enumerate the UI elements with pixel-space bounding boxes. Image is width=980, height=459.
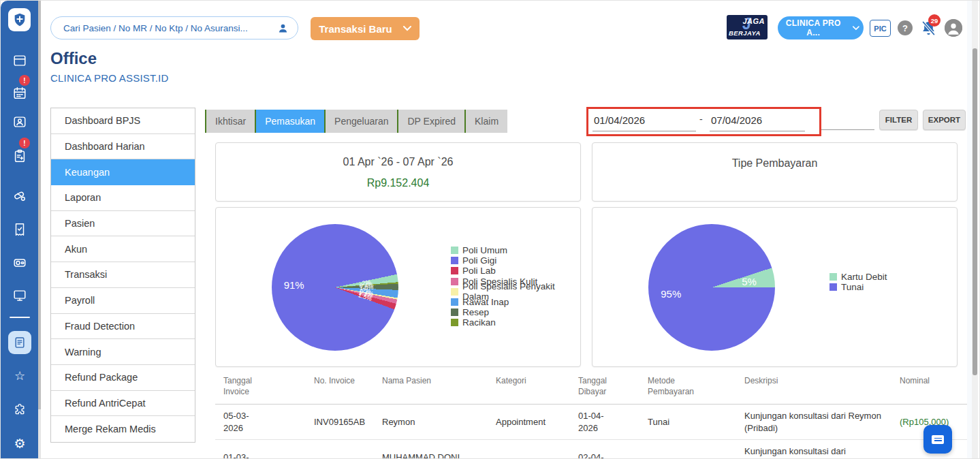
monitor-icon[interactable]: [12, 287, 28, 304]
column-header-no-invoice: No. Invoice: [306, 376, 374, 397]
chevron-down-icon: [403, 26, 411, 31]
legend-label: Rawat Inap: [462, 297, 509, 307]
sidebar-item-refund-package[interactable]: Refund Package: [51, 365, 195, 391]
legend-item-tunai: Tunai: [829, 282, 887, 292]
sidebar-item-warning[interactable]: Warning: [51, 339, 195, 365]
legend-item-kartu-debit: Kartu Debit: [829, 272, 887, 282]
gear-icon[interactable]: ⚙: [12, 435, 28, 452]
payment-card-title: Tipe Pembayaran: [592, 157, 957, 170]
new-transaction-button[interactable]: Transaksi Baru: [311, 17, 420, 40]
legend-swatch: [451, 267, 458, 274]
filter-button[interactable]: FILTER: [879, 110, 918, 130]
sidebar-item-dashboard-bpjs[interactable]: Dashboard BPJS: [51, 108, 195, 134]
patient-card-icon[interactable]: [12, 114, 28, 130]
sidebar-item-payroll[interactable]: Payroll: [51, 288, 195, 314]
menu-list: Dashboard BPJSDashboard HarianKeuanganLa…: [50, 108, 195, 443]
help-icon[interactable]: ?: [898, 20, 913, 35]
sidebar-item-transaksi[interactable]: Transaksi: [51, 262, 195, 288]
legend-item-poli-spesialis-penyakit-dalam: Poli Spesialis Penyakit Dalam: [451, 287, 580, 297]
sidebar-item-fraud-detection[interactable]: Fraud Detection: [51, 314, 195, 340]
clipboard-alert-badge: !: [19, 138, 30, 148]
legend-swatch: [451, 298, 458, 306]
app-logo[interactable]: [8, 8, 31, 31]
table-header: Tanggal InvoiceNo. InvoiceNama PasienKat…: [215, 372, 968, 405]
summary-amount: Rp9.152.404: [216, 177, 580, 189]
sidebar-item-keuangan[interactable]: Keuangan: [51, 159, 195, 185]
cell-tanggal-dibayar: 01-04-2026: [570, 410, 639, 434]
sidebar-item-pasien[interactable]: Pasien: [51, 211, 195, 237]
table-row[interactable]: 05-03-2026INV09165ABReymonAppointment01-…: [215, 405, 968, 440]
column-header-deskripsi: Deskripsi: [736, 376, 891, 397]
chat-widget-button[interactable]: [923, 425, 952, 454]
legend-swatch: [451, 257, 458, 264]
document-icon: [13, 336, 27, 349]
new-transaction-label: Transaksi Baru: [319, 23, 392, 35]
clinic-selector-button[interactable]: CLINICA PRO A...: [778, 16, 864, 39]
pic-button[interactable]: PIC: [870, 20, 891, 37]
tab-pengeluaran[interactable]: Pengeluaran: [326, 110, 398, 133]
summary-period: 01 Apr `26 - 07 Apr `26: [216, 156, 580, 168]
sidebar-item-laporan[interactable]: Laporan: [51, 185, 195, 211]
sidebar-item-office-active[interactable]: [8, 331, 31, 354]
table-row[interactable]: 01-03-2026INV09144ABMUHAMMAD DONI FACHRE…: [215, 440, 968, 459]
legend-label: Poli Umum: [462, 245, 507, 255]
rail-scrollbar-thumb[interactable]: [38, 1, 41, 409]
legend-label: Poli Gigi: [462, 255, 496, 266]
legend-item-poli-umum: Poli Umum: [451, 245, 580, 255]
export-button[interactable]: EXPORT: [923, 110, 966, 130]
receipt-check-icon[interactable]: [12, 221, 28, 238]
cell-tanggal-invoice: 05-03-2026: [215, 410, 306, 434]
right-gutter: [967, 1, 972, 459]
user-avatar[interactable]: [945, 19, 962, 37]
sidebar-item-merge-rekam-medis[interactable]: Merge Rekam Medis: [51, 416, 195, 442]
webcam-icon[interactable]: [12, 255, 28, 271]
tab-pemasukan[interactable]: Pemasukan: [256, 110, 326, 133]
column-header-tanggal-invoice: Tanggal Invoice: [215, 376, 306, 397]
legend-item-poli-gigi: Poli Gigi: [451, 255, 580, 266]
legend-swatch: [451, 247, 458, 254]
payment-pie-legend: Kartu DebitTunai: [829, 272, 887, 292]
clinic-selector-label: CLINICA PRO A...: [782, 18, 844, 37]
legend-swatch: [829, 283, 837, 291]
legend-item-poli-lab: Poli Lab: [451, 266, 580, 276]
transactions-table: Tanggal InvoiceNo. InvoiceNama PasienKat…: [215, 372, 968, 459]
tab-dp-expired[interactable]: DP Expired: [398, 110, 466, 133]
date-to-input[interactable]: [710, 110, 805, 131]
date-range-separator: -: [699, 114, 703, 125]
sidebar-item-dashboard-harian[interactable]: Dashboard Harian: [51, 134, 195, 160]
column-header-metode-pembayaran: Metode Pembayaran: [639, 376, 736, 397]
calendar-alert-badge: !: [19, 75, 30, 86]
payment-pie-card: 5%95% Kartu DebitTunai: [592, 207, 958, 367]
jaga-berjaya-logo: J JAGA BERJAYA: [727, 15, 768, 39]
star-icon[interactable]: ☆: [12, 368, 28, 384]
calendar-icon[interactable]: [12, 85, 28, 101]
logo-line2: BERJAYA: [729, 29, 761, 37]
page-subtitle: CLINICA PRO ASSIST.ID: [50, 72, 168, 84]
shield-icon: [12, 12, 27, 27]
page-scrollbar-thumb[interactable]: [973, 48, 977, 375]
search-input[interactable]: [62, 22, 276, 34]
puzzle-icon[interactable]: [12, 402, 28, 418]
pie-slice-label: 91%: [284, 279, 304, 290]
sidebar-item-refund-antricepat[interactable]: Refund AntriCepat: [51, 391, 195, 417]
income-pie-legend: Poli UmumPoli GigiPoli LabPoli Spesialis…: [451, 245, 580, 328]
sidebar-item-akun[interactable]: Akun: [51, 236, 195, 262]
clipboard-plus-icon[interactable]: [12, 148, 28, 164]
income-pie-chart[interactable]: 2%0.4%1.6%2%0.4%1.1%1.5%91%: [272, 224, 398, 351]
payment-pie-chart[interactable]: 5%95%: [648, 224, 775, 351]
date-from-input[interactable]: [592, 110, 696, 131]
chat-widget-icon: [932, 435, 944, 444]
column-header-nama-pasien: Nama Pasien: [374, 376, 488, 397]
pill-icon[interactable]: [12, 187, 28, 204]
extra-field-underline[interactable]: [821, 129, 874, 130]
patient-search: [50, 16, 298, 39]
tab-ikhtisar[interactable]: Ikhtisar: [206, 110, 256, 133]
tab-klaim[interactable]: Klaim: [466, 110, 507, 133]
income-pie-card: 2%0.4%1.6%2%0.4%1.1%1.5%91% Poli UmumPol…: [215, 207, 581, 367]
column-header-kategori: Kategori: [488, 376, 570, 397]
window-icon[interactable]: [12, 52, 28, 69]
legend-item-resep: Resep: [451, 307, 580, 317]
chevron-down-icon: [853, 26, 859, 31]
column-header-nominal: Nominal: [891, 376, 968, 397]
rail-divider: [10, 317, 30, 318]
